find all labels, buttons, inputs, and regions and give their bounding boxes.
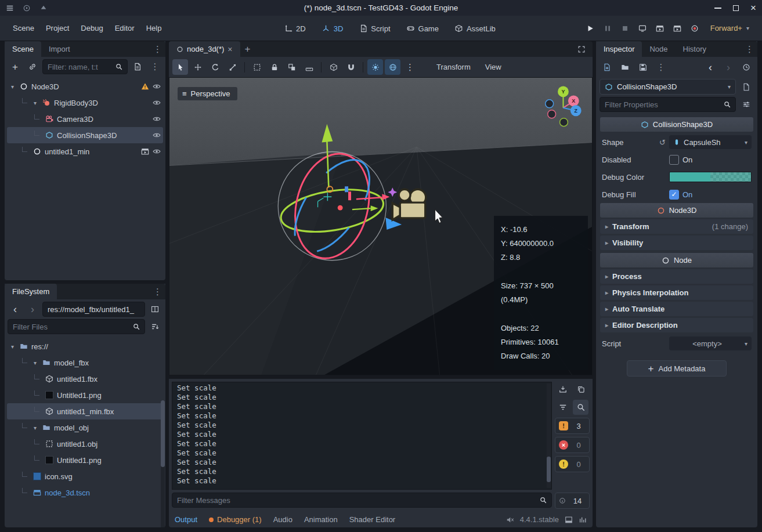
tab-debugger[interactable]: Debugger (1) bbox=[209, 515, 262, 524]
renderer-selector[interactable]: Forward+ bbox=[705, 21, 755, 35]
perspective-selector[interactable]: Perspective bbox=[178, 87, 237, 100]
add-metadata-button[interactable]: Add Metadata bbox=[627, 360, 727, 377]
expand-viewport-icon[interactable] bbox=[574, 42, 589, 57]
group-physics-interpolation[interactable]: Physics Interpolation bbox=[600, 285, 753, 300]
panel-menu-icon[interactable] bbox=[153, 287, 162, 297]
fs-row-node3d-tscn[interactable]: node_3d.tscn bbox=[7, 484, 163, 501]
scene-tree-menu-icon[interactable] bbox=[147, 59, 162, 74]
group-editor-description[interactable]: Editor Description bbox=[600, 318, 753, 332]
tab-scene[interactable]: Scene bbox=[5, 41, 41, 57]
log-scrollbar[interactable] bbox=[547, 383, 551, 488]
edit-history-button[interactable] bbox=[739, 60, 754, 75]
fs-row-res[interactable]: res:// bbox=[7, 338, 163, 354]
scale-tool-button[interactable] bbox=[225, 59, 240, 75]
dock-bottom-panel-icon[interactable] bbox=[565, 516, 573, 524]
preview-sunlight-button[interactable] bbox=[367, 59, 383, 75]
history-back-button[interactable] bbox=[703, 60, 718, 75]
close-tab-icon[interactable] bbox=[227, 45, 232, 54]
attach-script-button[interactable] bbox=[130, 59, 145, 74]
script-picker[interactable]: <empty> bbox=[669, 336, 752, 350]
view-menu[interactable]: View bbox=[479, 60, 508, 74]
play-button[interactable] bbox=[583, 21, 598, 36]
visibility-eye-icon[interactable] bbox=[153, 99, 161, 107]
group-transform[interactable]: Transform (1 change) bbox=[600, 219, 753, 234]
expand-bottom-panel-icon[interactable] bbox=[579, 516, 587, 524]
fs-path-input[interactable] bbox=[48, 305, 140, 314]
rotate-tool-button[interactable] bbox=[207, 59, 223, 75]
context-3d[interactable]: 3D bbox=[316, 21, 350, 37]
collapse-icon[interactable] bbox=[9, 84, 16, 90]
tab-output[interactable]: Output bbox=[175, 515, 197, 524]
visibility-eye-icon[interactable] bbox=[153, 115, 161, 123]
tab-filesystem[interactable]: FileSystem bbox=[5, 284, 57, 299]
movie-maker-button[interactable] bbox=[687, 21, 702, 36]
visibility-eye-icon[interactable] bbox=[153, 147, 161, 155]
fs-row-untitled1-obj[interactable]: untitled1.obj bbox=[7, 436, 163, 452]
scene-filter-input[interactable] bbox=[48, 63, 112, 71]
tab-audio[interactable]: Audio bbox=[273, 515, 292, 524]
message-filter-badge[interactable]: ! 3 bbox=[555, 418, 590, 434]
fs-filter-input[interactable] bbox=[13, 323, 129, 331]
log-search-button[interactable] bbox=[573, 400, 588, 415]
menu-help[interactable]: Help bbox=[140, 20, 168, 36]
section-node3d[interactable]: Node3D bbox=[600, 203, 753, 218]
tab-shader-editor[interactable]: Shader Editor bbox=[349, 515, 396, 524]
group-auto-translate[interactable]: Auto Translate bbox=[600, 302, 753, 316]
fs-back-button[interactable] bbox=[8, 302, 23, 317]
menu-debug[interactable]: Debug bbox=[75, 20, 109, 36]
ruler-tool-button[interactable] bbox=[301, 59, 317, 75]
window-menu-icon[interactable] bbox=[6, 4, 14, 12]
open-docs-button[interactable] bbox=[739, 79, 754, 95]
visibility-eye-icon[interactable] bbox=[153, 82, 161, 91]
error-filter-badge[interactable]: × 0 bbox=[555, 437, 590, 453]
panel-menu-icon[interactable] bbox=[745, 44, 754, 55]
stop-button[interactable] bbox=[617, 21, 633, 36]
maximize-button[interactable] bbox=[733, 5, 739, 11]
context-assetlib[interactable]: AssetLib bbox=[449, 21, 502, 37]
minimize-button[interactable] bbox=[714, 8, 721, 9]
close-button[interactable] bbox=[750, 3, 756, 13]
load-resource-button[interactable] bbox=[617, 60, 633, 75]
instance-scene-button[interactable] bbox=[25, 59, 40, 74]
snap-toggle-button[interactable] bbox=[343, 59, 359, 75]
debug-color-swatch[interactable] bbox=[669, 172, 752, 182]
context-2d[interactable]: 2D bbox=[278, 21, 312, 37]
section-collisionshape3d[interactable]: CollisionShape3D bbox=[600, 117, 753, 132]
inspector-filter-input[interactable] bbox=[605, 100, 720, 109]
edited-object-selector[interactable]: CollisionShape3D bbox=[600, 79, 736, 95]
disabled-checkbox[interactable] bbox=[669, 155, 679, 165]
output-log[interactable]: Set scale Set scale Set scale Set scale … bbox=[172, 382, 552, 490]
move-tool-button[interactable] bbox=[190, 59, 205, 75]
viewport-3d[interactable]: Y X Z Perspective X: -10.6 Y: 640000000.… bbox=[169, 77, 593, 375]
play-custom-scene-button[interactable] bbox=[670, 21, 685, 36]
total-messages-badge[interactable]: 14 bbox=[555, 493, 590, 509]
collapse-icon[interactable] bbox=[32, 360, 38, 366]
fs-scrollbar[interactable] bbox=[161, 400, 165, 527]
fs-row-model-obj[interactable]: model_obj bbox=[7, 419, 163, 436]
instanced-scene-icon[interactable] bbox=[140, 147, 150, 155]
local-space-button[interactable] bbox=[326, 59, 341, 75]
tab-node[interactable]: Node bbox=[642, 41, 675, 57]
section-node[interactable]: Node bbox=[600, 253, 753, 267]
context-script[interactable]: Script bbox=[353, 21, 396, 37]
panel-menu-icon[interactable] bbox=[153, 44, 162, 55]
new-resource-button[interactable] bbox=[600, 60, 615, 75]
collapse-icon[interactable] bbox=[9, 343, 16, 350]
shape-resource-picker[interactable]: CapsuleSh bbox=[669, 135, 752, 149]
resource-options-icon[interactable] bbox=[653, 60, 669, 75]
fs-split-view-button[interactable] bbox=[147, 302, 162, 317]
context-game[interactable]: Game bbox=[400, 21, 445, 37]
fs-row-untitled1-png[interactable]: Untitled1.png bbox=[7, 387, 163, 403]
tree-row-collisionshape3d[interactable]: CollisionShape3D bbox=[7, 127, 163, 143]
visibility-eye-icon[interactable] bbox=[153, 131, 161, 139]
history-forward-button[interactable] bbox=[721, 60, 736, 75]
collapse-icon[interactable] bbox=[32, 100, 38, 106]
preview-environment-button[interactable] bbox=[385, 59, 400, 75]
property-tools-button[interactable] bbox=[739, 97, 754, 112]
fs-row-untitled1-fbx[interactable]: untitled1.fbx bbox=[7, 371, 163, 387]
group-visibility[interactable]: Visibility bbox=[600, 236, 753, 250]
warning-filter-badge[interactable]: ! 0 bbox=[555, 456, 590, 472]
output-filter-input[interactable] bbox=[177, 496, 536, 505]
tab-animation[interactable]: Animation bbox=[304, 515, 338, 524]
tree-row-camera3d[interactable]: Camera3D bbox=[7, 111, 163, 127]
